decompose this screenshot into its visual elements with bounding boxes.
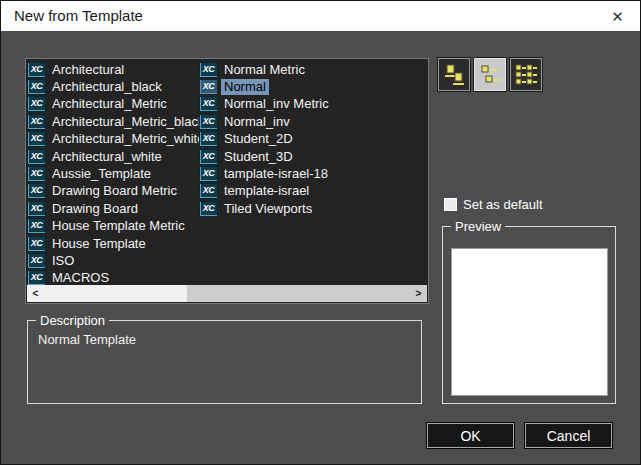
scroll-left-button[interactable]: < bbox=[27, 285, 44, 302]
large-icons-view-button[interactable] bbox=[438, 58, 470, 91]
xc-template-icon: XC bbox=[200, 80, 217, 94]
template-list[interactable]: XCArchitecturalXCArchitectural_blackXCAr… bbox=[25, 58, 429, 304]
list-item-label: House Template bbox=[49, 236, 149, 252]
list-item[interactable]: XCArchitectural_white bbox=[28, 148, 199, 165]
xc-template-icon: XC bbox=[28, 115, 45, 129]
close-icon: ✕ bbox=[611, 9, 624, 24]
list-item-label: tamplate-israel-18 bbox=[221, 166, 331, 182]
xc-template-icon: XC bbox=[28, 184, 45, 198]
list-item[interactable]: XCNormal Metric bbox=[200, 61, 400, 78]
xc-template-icon: XC bbox=[200, 150, 217, 164]
list-item[interactable]: XCArchitectural bbox=[28, 61, 199, 78]
list-item[interactable]: XCDrawing Board Metric bbox=[28, 183, 199, 200]
preview-groupbox: Preview bbox=[442, 226, 616, 404]
xc-template-icon: XC bbox=[200, 115, 217, 129]
scroll-left-icon: < bbox=[33, 288, 39, 299]
list-item[interactable]: XCArchitectural_Metric_white bbox=[28, 131, 199, 148]
list-item[interactable]: XCArchitectural_black bbox=[28, 78, 199, 95]
list-item[interactable]: XCISO bbox=[28, 252, 199, 269]
list-item[interactable]: XCDrawing Board bbox=[28, 200, 199, 217]
xc-template-icon: XC bbox=[28, 80, 45, 94]
template-list-column-1: XCArchitecturalXCArchitectural_blackXCAr… bbox=[28, 61, 199, 287]
large-icons-view-icon bbox=[441, 62, 467, 88]
scroll-right-button[interactable]: > bbox=[410, 285, 427, 302]
xc-template-icon: XC bbox=[28, 237, 45, 251]
list-item-label: Architectural_Metric bbox=[49, 96, 170, 112]
list-item[interactable]: XCtemplate-israel bbox=[200, 183, 400, 200]
list-item-label: Architectural_white bbox=[49, 149, 165, 165]
list-view-button[interactable] bbox=[510, 58, 542, 91]
new-from-template-dialog: New from Template ✕ XCArchitecturalXCArc… bbox=[0, 0, 641, 465]
list-item-label: ISO bbox=[49, 253, 77, 269]
list-item[interactable]: XCAussie_Template bbox=[28, 165, 199, 182]
xc-template-icon: XC bbox=[28, 97, 45, 111]
set-as-default-checkbox[interactable] bbox=[444, 198, 457, 211]
scrollbar-thumb[interactable] bbox=[187, 285, 410, 302]
xc-template-icon: XC bbox=[28, 150, 45, 164]
list-view-icon bbox=[513, 62, 539, 88]
ok-button[interactable]: OK bbox=[427, 423, 514, 448]
list-item-label: Drawing Board Metric bbox=[49, 183, 180, 199]
list-item-label: Normal_inv bbox=[221, 114, 293, 130]
xc-template-icon: XC bbox=[200, 167, 217, 181]
list-item[interactable]: XCStudent_3D bbox=[200, 148, 400, 165]
set-as-default-label: Set as default bbox=[463, 197, 543, 212]
preview-label: Preview bbox=[451, 219, 505, 234]
list-item-label: Normal_inv Metric bbox=[221, 96, 332, 112]
description-groupbox: Description Normal Template bbox=[27, 320, 422, 404]
list-item[interactable]: XCtamplate-israel-18 bbox=[200, 165, 400, 182]
xc-template-icon: XC bbox=[28, 132, 45, 146]
list-item[interactable]: XCHouse Template Metric bbox=[28, 218, 199, 235]
xc-template-icon: XC bbox=[200, 184, 217, 198]
xc-template-icon: XC bbox=[28, 63, 45, 77]
small-icons-view-button[interactable] bbox=[474, 58, 506, 91]
list-item-label: Architectural_Metric_black bbox=[49, 114, 207, 130]
list-item-label: MACROS bbox=[49, 270, 112, 286]
description-label: Description bbox=[36, 313, 109, 328]
list-item-label: Tiled Viewports bbox=[221, 201, 315, 217]
list-item[interactable]: XCHouse Template bbox=[28, 235, 199, 252]
cancel-button[interactable]: Cancel bbox=[525, 423, 612, 448]
description-text: Normal Template bbox=[38, 332, 136, 347]
list-item-label: Architectural bbox=[49, 62, 127, 78]
preview-area bbox=[451, 248, 608, 396]
xc-template-icon: XC bbox=[200, 132, 217, 146]
list-item-label: Normal bbox=[221, 79, 269, 95]
xc-template-icon: XC bbox=[28, 219, 45, 233]
list-item[interactable]: XCNormal_inv bbox=[200, 113, 400, 130]
xc-template-icon: XC bbox=[200, 97, 217, 111]
list-item[interactable]: XCArchitectural_Metric_black bbox=[28, 113, 199, 130]
close-button[interactable]: ✕ bbox=[595, 1, 640, 31]
set-as-default-option[interactable]: Set as default bbox=[444, 196, 543, 212]
list-item[interactable]: XCArchitectural_Metric bbox=[28, 96, 199, 113]
horizontal-scrollbar[interactable]: < > bbox=[27, 285, 427, 302]
list-item[interactable]: XCTiled Viewports bbox=[200, 200, 400, 217]
list-item-label: Architectural_Metric_white bbox=[49, 131, 207, 147]
list-item[interactable]: XCStudent_2D bbox=[200, 131, 400, 148]
template-list-column-2: XCNormal MetricXCNormalXCNormal_inv Metr… bbox=[200, 61, 400, 218]
xc-template-icon: XC bbox=[28, 271, 45, 285]
list-item-label: Normal Metric bbox=[221, 62, 308, 78]
xc-template-icon: XC bbox=[200, 202, 217, 216]
small-icons-view-icon bbox=[477, 62, 503, 88]
xc-template-icon: XC bbox=[28, 167, 45, 181]
list-item-label: Aussie_Template bbox=[49, 166, 154, 182]
title-bar: New from Template ✕ bbox=[1, 1, 640, 31]
xc-template-icon: XC bbox=[200, 63, 217, 77]
list-item-label: Student_3D bbox=[221, 149, 296, 165]
list-item-label: House Template Metric bbox=[49, 218, 188, 234]
dialog-title: New from Template bbox=[14, 1, 143, 31]
list-item-label: Student_2D bbox=[221, 131, 296, 147]
xc-template-icon: XC bbox=[28, 254, 45, 268]
list-item-label: Architectural_black bbox=[49, 79, 165, 95]
list-item[interactable]: XCNormal_inv Metric bbox=[200, 96, 400, 113]
list-item-label: Drawing Board bbox=[49, 201, 141, 217]
list-item[interactable]: XCNormal bbox=[200, 78, 400, 95]
list-item-label: template-israel bbox=[221, 183, 312, 199]
xc-template-icon: XC bbox=[28, 202, 45, 216]
scroll-right-icon: > bbox=[416, 288, 422, 299]
